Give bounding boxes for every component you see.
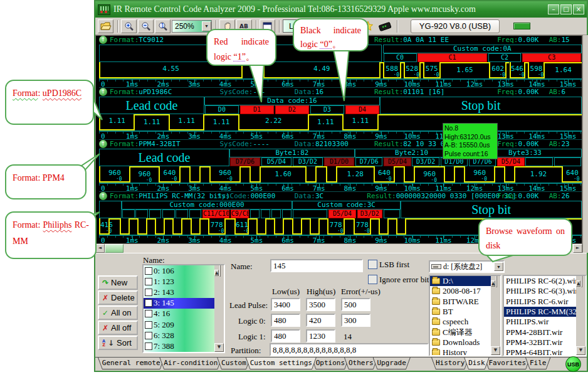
- minimize-button[interactable]: –: [548, 4, 559, 14]
- logic1-high-input[interactable]: [306, 329, 335, 342]
- file-item[interactable]: PPM4-64BIT.wir: [504, 348, 585, 356]
- tab-favorites[interactable]: Favorites: [485, 358, 530, 369]
- button-all-off[interactable]: ✗All off: [98, 321, 138, 335]
- checkbox-icon[interactable]: [145, 310, 152, 317]
- folder-item[interactable]: C编译器: [430, 327, 500, 337]
- folder-item[interactable]: BITWARE: [430, 297, 500, 307]
- tab-disk[interactable]: Disk: [464, 358, 489, 369]
- scrollbar-thumb[interactable]: [581, 275, 582, 287]
- button-delete[interactable]: ✗Delete: [98, 290, 138, 305]
- tab-options[interactable]: Options: [312, 358, 349, 369]
- logic0-high-input[interactable]: [306, 314, 335, 327]
- list-item[interactable]: 2: 143: [144, 287, 214, 297]
- zoom-out-button[interactable]: [138, 19, 154, 33]
- file-item[interactable]: PPM4-32BIT.wir: [504, 337, 585, 348]
- folder-item[interactable]: D:\: [430, 276, 500, 286]
- list-scrollbar[interactable]: ▲▼: [214, 265, 224, 352]
- device-button[interactable]: YG-920 V8.0 (USB): [411, 19, 500, 33]
- button-all-on[interactable]: ✓All on: [98, 305, 138, 320]
- timeline: 01ms2ms3ms4ms5ms6ms7ms8ms9ms10ms11ms12ms…: [99, 130, 582, 139]
- name-field-label: Name:: [231, 262, 253, 272]
- info-item: Format:uPD1986C: [110, 88, 172, 97]
- scroll-up-icon[interactable]: ↑: [99, 36, 107, 44]
- scrollbar-thumb[interactable]: [219, 265, 221, 277]
- lead-pulse-low-input[interactable]: [271, 298, 300, 311]
- file-item[interactable]: PPM4-28BIT.wir: [504, 327, 585, 337]
- tab-file[interactable]: File: [525, 358, 550, 369]
- scroll-right-icon[interactable]: ►: [573, 244, 582, 253]
- checkbox-icon[interactable]: [145, 342, 152, 350]
- scroll-up-icon[interactable]: ▲: [214, 270, 219, 276]
- scroll-up-icon[interactable]: ↑: [99, 88, 107, 96]
- scroll-up-icon[interactable]: ↑: [99, 140, 107, 148]
- scroll-up-icon[interactable]: ▲: [491, 280, 495, 287]
- checkbox-icon[interactable]: [145, 332, 152, 339]
- ignore-error-checkbox[interactable]: [368, 275, 377, 284]
- checkbox-icon[interactable]: [145, 289, 152, 296]
- group-label: Data code:16: [204, 97, 380, 105]
- list-item[interactable]: 1: 123: [144, 276, 214, 287]
- scroll-down-icon[interactable]: ▼: [576, 346, 585, 355]
- waveform-segment: [239, 166, 249, 183]
- checkbox-icon[interactable]: [145, 278, 152, 285]
- zoom-level-combo[interactable]: 250% ▼: [172, 20, 212, 33]
- checkbox-icon[interactable]: [145, 321, 152, 329]
- scroll-up-icon[interactable]: ▲: [576, 280, 580, 287]
- logic0-low-input[interactable]: [271, 314, 300, 327]
- folder-item[interactable]: History: [430, 348, 500, 356]
- maximize-button[interactable]: □: [560, 4, 572, 14]
- list-scrollbar[interactable]: ▲▼: [576, 276, 585, 355]
- list-scrollbar[interactable]: ▲▼: [491, 276, 500, 355]
- tab-general-remote[interactable]: General remote: [98, 358, 164, 369]
- list-item[interactable]: 0: 106: [144, 265, 214, 276]
- zoom-in-button[interactable]: [121, 19, 137, 33]
- scroll-down-icon[interactable]: ▼: [491, 346, 500, 355]
- tab-custom-settings[interactable]: Custom settings: [246, 358, 317, 369]
- drive-selector-combo[interactable]: d: [系统盘2] ▼: [429, 260, 505, 273]
- scroll-left-icon[interactable]: ◄: [95, 244, 105, 253]
- tab-history[interactable]: History: [431, 358, 469, 369]
- close-button[interactable]: ×: [573, 4, 584, 14]
- list-item[interactable]: 3: 145: [144, 298, 214, 309]
- file-item[interactable]: PHILIPS RC-MM(32: [504, 307, 585, 317]
- drive-dropdown-icon[interactable]: ▼: [494, 262, 503, 271]
- list-item[interactable]: 5: 209: [144, 319, 214, 330]
- partition-input[interactable]: [270, 343, 429, 356]
- scrollbar-thumb[interactable]: [496, 275, 497, 287]
- list-item[interactable]: 7: 388: [144, 341, 214, 351]
- folder-item[interactable]: 2008-08-17: [430, 286, 500, 296]
- file-item[interactable]: PHILIPS RC-6(2).wir: [504, 276, 585, 286]
- tab-others[interactable]: Others: [344, 358, 378, 369]
- folder-item[interactable]: cspeech: [430, 317, 500, 327]
- remote-button[interactable]: [377, 19, 393, 33]
- file-item[interactable]: PHILIPS RC-6(3).wir: [504, 286, 585, 296]
- button-sort[interactable]: AZ↓Sort: [98, 336, 138, 350]
- list-item[interactable]: 4: 16: [144, 309, 214, 319]
- list-item[interactable]: 6: 328: [144, 330, 214, 341]
- tab-custom[interactable]: Custom: [217, 358, 251, 369]
- checkbox-icon[interactable]: [145, 299, 152, 307]
- tab-upgrade[interactable]: Upgrade: [373, 358, 411, 369]
- open-file-button[interactable]: [98, 19, 113, 33]
- folder-item[interactable]: Downloads: [430, 337, 500, 348]
- button-new[interactable]: ↷New: [98, 275, 138, 290]
- vertical-scrollbar[interactable]: [582, 35, 588, 253]
- tab-air-condition[interactable]: Air-condition: [159, 358, 222, 369]
- name-input[interactable]: [270, 259, 363, 272]
- lead-pulse-high-input[interactable]: [306, 298, 335, 311]
- logic1-low-input[interactable]: [271, 329, 300, 342]
- info-label: AB:: [549, 192, 562, 200]
- info-value: 15: [562, 36, 570, 44]
- file-item[interactable]: PHILIPS.wir: [504, 317, 585, 327]
- lsb-first-checkbox[interactable]: [368, 260, 377, 269]
- zoom-actual-button[interactable]: 1: [155, 19, 171, 33]
- file-item[interactable]: PHILIPS RC-6.wir: [504, 297, 585, 307]
- folder-item[interactable]: BT: [430, 307, 500, 317]
- scroll-down-icon[interactable]: ▼: [214, 343, 224, 352]
- scrollbar-thumb[interactable]: [105, 244, 123, 253]
- scroll-up-icon[interactable]: ↑: [99, 192, 107, 200]
- lead-pulse-error-input[interactable]: [341, 298, 370, 311]
- logic0-error-input[interactable]: [341, 314, 370, 327]
- tab-label: File: [526, 358, 550, 369]
- checkbox-icon[interactable]: [145, 267, 152, 275]
